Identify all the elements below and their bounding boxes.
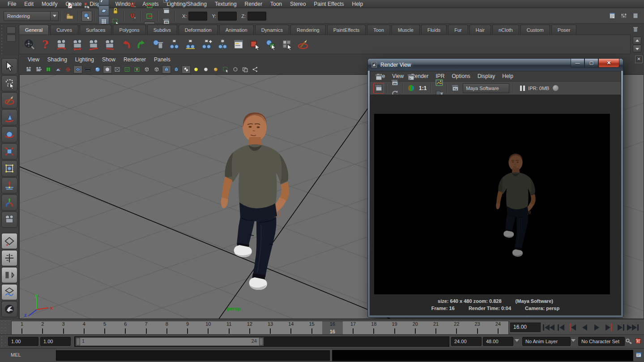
shelf-tab-muscle[interactable]: Muscle (392, 25, 420, 34)
ipr-render-button[interactable]: IPR (389, 78, 400, 88)
last-tool-camera-button[interactable] (1, 211, 17, 228)
shelf-tab-fur[interactable]: Fur (448, 25, 468, 34)
isolate-select-button[interactable] (221, 65, 230, 73)
frame-21[interactable]: 21 (426, 321, 446, 334)
paint-select-button[interactable] (295, 37, 311, 52)
redo-button[interactable] (134, 37, 149, 52)
anim-layer-dropdown-icon[interactable] (515, 339, 519, 344)
frame-14[interactable]: 14 (281, 321, 301, 334)
menu-modify[interactable]: Modify (38, 0, 61, 8)
playback-start-field[interactable]: 1.00 (40, 337, 71, 346)
rgb-channels-button[interactable] (405, 83, 416, 94)
shelf-tab-poser[interactable]: Poser (551, 25, 577, 34)
two-panes-button[interactable] (241, 65, 250, 73)
animation-preferences-button[interactable] (635, 337, 642, 345)
viewport-menu-lighting[interactable]: Lighting (71, 56, 98, 64)
mask-surfaces-button[interactable] (98, 5, 109, 16)
select-button[interactable] (1, 58, 17, 74)
frame-7[interactable]: 7 (136, 321, 157, 334)
checker-material-button[interactable] (182, 65, 191, 73)
render-view-menu-options[interactable]: Options (448, 72, 474, 80)
shelf-tab-ncloth[interactable]: nCloth (492, 25, 519, 34)
step-forward-key-button[interactable] (603, 321, 615, 333)
attribute-editor-button[interactable] (607, 10, 618, 21)
viewport-menu-shading[interactable]: Shading (43, 56, 71, 64)
mode-selector-arrow-icon[interactable] (51, 11, 59, 21)
region-render-button[interactable] (405, 72, 416, 83)
render-settings-button[interactable] (450, 83, 461, 94)
input-connections-button[interactable] (144, 0, 155, 11)
frame-1[interactable]: 1 (12, 321, 32, 334)
frame-6[interactable]: 6 (115, 321, 136, 334)
snap-view-button[interactable] (64, 65, 73, 73)
frame-11[interactable]: 11 (219, 321, 239, 334)
camera-attributes-button[interactable] (24, 65, 33, 73)
step-back-key-button[interactable] (567, 321, 579, 333)
character-set-dropdown-icon[interactable] (571, 339, 576, 344)
range-start-handle[interactable] (76, 338, 80, 345)
viewport-menu-show[interactable]: Show (98, 56, 119, 64)
shelf-trash-button[interactable] (631, 25, 640, 34)
animation-start-field[interactable]: 1.00 (8, 337, 38, 346)
light-default-button[interactable] (201, 65, 210, 73)
universal-manipulator-button[interactable] (1, 160, 17, 177)
shelf-tab-polygons[interactable]: Polygons (113, 25, 145, 34)
frame-24[interactable]: 24 (488, 321, 508, 334)
vertex-display-button[interactable] (123, 65, 132, 73)
shaded-sphere-button[interactable] (93, 65, 102, 73)
camera-track-button[interactable] (70, 37, 85, 52)
shelf-tab-custom[interactable]: Custom (520, 25, 550, 34)
menu-texturing[interactable]: Texturing (211, 0, 241, 8)
timeline-ruler[interactable]: 1234567891011121314151616171819202122232… (11, 321, 509, 335)
mode-selector-value[interactable]: Rendering (4, 11, 51, 21)
auto-keyframe-toggle[interactable] (625, 337, 632, 345)
grid-plane-button[interactable] (73, 65, 82, 73)
camera-bookmarks-button[interactable] (34, 65, 43, 73)
cube-textured-button[interactable] (172, 65, 181, 73)
menu-file[interactable]: File (4, 0, 20, 8)
range-slider-bar[interactable]: 1 24 (76, 337, 264, 346)
frame-9[interactable]: 9 (177, 321, 198, 334)
frame-18[interactable]: 18 (363, 321, 384, 334)
shelf-tab-deformation[interactable]: Deformation (179, 25, 218, 34)
go-to-end-button[interactable] (627, 321, 639, 333)
frame-2[interactable]: 2 (32, 321, 53, 334)
shelf-tab-animation[interactable]: Animation (219, 25, 254, 34)
frame-8[interactable]: 8 (157, 321, 177, 334)
camera-dolly-button[interactable] (86, 37, 101, 52)
select-hierarchy-button[interactable] (81, 0, 92, 11)
default-material-button[interactable] (142, 65, 151, 73)
renderer-selector[interactable]: Maya Software (463, 83, 509, 93)
select-cube-button[interactable] (247, 37, 262, 52)
maximize-button[interactable]: ▢ (584, 59, 598, 68)
frame-16[interactable]: 1616 (322, 321, 343, 334)
y-coord-field[interactable] (218, 12, 237, 21)
menu-toon[interactable]: Toon (266, 0, 286, 8)
shelf-tab-rendering[interactable]: Rendering (290, 25, 326, 34)
shelf-tab-painteffects[interactable]: PaintEffects (327, 25, 366, 34)
joint-tool-button[interactable] (166, 37, 182, 52)
viewport-menu-panels[interactable]: Panels (150, 56, 175, 64)
tool-mode-selector[interactable]: Rendering (0, 11, 59, 21)
mel-toggle[interactable]: MEL (11, 352, 21, 358)
outliner-button[interactable] (231, 37, 246, 52)
image-plane-button[interactable] (44, 65, 53, 73)
light-yellow-button[interactable] (192, 65, 200, 73)
move-button[interactable] (1, 109, 17, 125)
shelf-tab-curves[interactable]: Curves (50, 25, 78, 34)
shelf-tab-dynamics[interactable]: Dynamics (255, 25, 289, 34)
select-boxes-button[interactable] (279, 37, 294, 52)
shelf-collapse-button[interactable] (7, 34, 16, 42)
rangebar-grip[interactable] (0, 335, 5, 349)
output-connections-button[interactable] (144, 11, 155, 22)
menu-paint-effects[interactable]: Paint Effects (310, 0, 348, 8)
viewport-menu-view[interactable]: View (24, 56, 43, 64)
single-object-button[interactable] (231, 65, 240, 73)
keep-image-button[interactable] (434, 78, 444, 88)
x-coord-field[interactable] (188, 12, 207, 21)
camera-zoom-button[interactable] (102, 37, 117, 52)
shelf-scroll-up-button[interactable] (633, 37, 641, 44)
ik-handle-button[interactable] (183, 37, 198, 52)
mel-input-field[interactable] (56, 350, 330, 361)
shelf-grip[interactable] (0, 24, 4, 55)
